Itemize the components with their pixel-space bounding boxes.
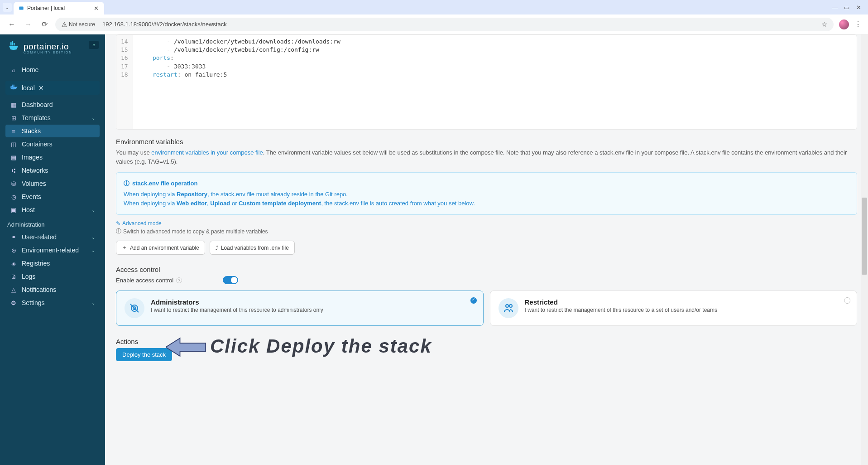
clear-env-icon[interactable]: ✕ [38,84,44,92]
chevron-down-icon: ⌄ [91,248,95,253]
environment-pill[interactable]: local ✕ [5,81,100,95]
security-label: Not secure [69,21,95,28]
sidebar-item-images[interactable]: ▤Images [5,151,100,164]
svg-rect-4 [12,41,14,46]
add-env-var-button[interactable]: ＋ Add an environment variable [116,241,205,255]
networks-icon: ⑆ [10,167,17,174]
chevron-down-icon: ⌄ [91,300,95,305]
sidebar-item-registries[interactable]: ◈Registries [5,257,100,270]
sidebar-item-user-related[interactable]: ⚭User-related⌄ [5,231,100,243]
sidebar-item-label: Events [22,193,41,200]
card-desc: I want to restrict the management of thi… [151,307,323,313]
stacks-icon: ≡ [10,128,17,135]
sidebar-item-label: Volumes [22,180,46,187]
logs-icon: 🗎 [10,273,17,280]
sidebar-item-label: Logs [22,273,35,280]
brand-subtitle: COMMUNITY EDITION [24,51,72,54]
sidebar-item-settings[interactable]: ⚙Settings⌄ [5,296,100,309]
sidebar-item-logs[interactable]: 🗎Logs [5,270,100,283]
close-tab-icon[interactable]: ✕ [94,5,99,12]
browser-tab[interactable]: Portainer | local ✕ [14,2,104,15]
stack-env-info: ⓘ stack.env file operation When deployin… [116,172,857,215]
web-editor[interactable]: 1415161718 - /volume1/docker/ytwebui/dow… [116,34,857,130]
host-icon: ▣ [10,207,17,213]
advanced-mode-link[interactable]: ✎ Advanced mode [116,220,857,227]
admin-section-label: Administration [5,217,100,231]
bookmark-star-icon[interactable]: ☆ [821,20,827,29]
sidebar-item-notifications[interactable]: △Notifications [5,283,100,296]
registries-icon: ◈ [10,260,17,267]
sidebar-item-dashboard[interactable]: ▦Dashboard [5,98,100,111]
env-vars-link[interactable]: environment variables in your compose fi… [151,149,263,156]
scrollbar-track[interactable] [861,34,868,465]
home-icon: ⌂ [10,67,17,73]
deploy-stack-button[interactable]: Deploy the stack [116,348,172,361]
sidebar-item-label: Settings [22,299,45,306]
security-indicator[interactable]: Not secure [62,21,95,28]
svg-rect-8 [14,86,14,87]
address-bar[interactable]: Not secure 192.168.1.18:9000/#!/2/docker… [55,18,834,31]
access-toggle-label: Enable access control [116,277,173,284]
access-control-toggle[interactable] [223,276,238,284]
sidebar-item-containers[interactable]: ◫Containers [5,138,100,150]
access-section-title: Access control [116,266,857,273]
browser-tab-strip: ⌄ Portainer | local ✕ — ▭ ✕ [0,0,868,15]
env-section-desc: You may use environment variables in you… [116,148,857,166]
advanced-mode-hint: ⓘ Switch to advanced mode to copy & past… [116,228,857,235]
env-section-title: Environment variables [116,138,857,145]
eye-off-icon [125,298,144,318]
logo: portainer.io COMMUNITY EDITION [5,40,100,55]
maximize-icon[interactable]: ▭ [844,4,850,10]
card-radio[interactable] [470,297,477,304]
help-icon[interactable]: ? [176,277,182,283]
svg-point-14 [509,305,512,307]
forward-button[interactable]: → [23,19,34,30]
tab-search-dropdown[interactable]: ⌄ [3,3,12,12]
volumes-icon: ⛁ [10,180,17,187]
collapse-sidebar-button[interactable]: « [89,41,99,49]
close-window-icon[interactable]: ✕ [855,4,862,10]
code-content[interactable]: - /volume1/docker/ytwebui/downloads:/dow… [133,35,857,129]
window-controls: — ▭ ✕ [825,4,868,10]
sidebar-item-home[interactable]: ⌂ Home [5,63,100,76]
sidebar-item-label: Home [22,66,38,73]
profile-avatar[interactable] [839,19,849,29]
minimize-icon[interactable]: — [832,4,838,10]
svg-rect-9 [12,85,13,86]
load-env-file-button[interactable]: ⤴ Load variables from .env file [210,241,295,255]
sidebar-item-events[interactable]: ◷Events [5,190,100,203]
card-radio[interactable] [844,297,850,304]
sidebar-item-environment-related[interactable]: ⊛Environment-related⌄ [5,244,100,257]
brand-name: portainer.io [24,42,72,52]
env-icon: ⊛ [10,247,17,254]
chevron-down-icon: ⌄ [91,116,95,121]
access-card-restricted[interactable]: Restricted I want to restrict the manage… [490,291,858,326]
browser-menu-icon[interactable]: ⋮ [854,20,862,29]
back-button[interactable]: ← [6,19,17,30]
sidebar-item-host[interactable]: ▣Host⌄ [5,203,100,216]
env-label: local [22,84,35,92]
svg-rect-7 [12,86,13,87]
sidebar-item-label: Notifications [22,286,56,293]
docker-icon [10,84,18,92]
sidebar-item-label: Networks [22,167,48,174]
url-text: 192.168.1.18:9000/#!/2/docker/stacks/new… [102,21,227,28]
reload-button[interactable]: ⟳ [39,19,50,30]
users-icon: ⚭ [10,234,17,241]
svg-rect-6 [11,86,12,87]
sidebar-item-label: Dashboard [22,101,53,108]
main-content: 1415161718 - /volume1/docker/ytwebui/dow… [105,34,868,465]
sidebar-item-stacks[interactable]: ≡Stacks [5,125,100,137]
scrollbar-thumb[interactable] [862,198,867,275]
upload-icon: ⤴ [216,245,218,251]
sidebar-item-networks[interactable]: ⑆Networks [5,164,100,177]
card-title: Administrators [151,298,323,306]
access-card-administrators[interactable]: Administrators I want to restrict the ma… [116,291,484,326]
sidebar: « portainer.io COMMUNITY EDITION ⌂ Home … [0,34,105,465]
svg-point-2 [64,25,65,26]
svg-rect-3 [10,42,12,45]
sidebar-item-templates[interactable]: ⊞Templates⌄ [5,111,100,124]
actions-section-title: Actions [116,338,857,345]
sidebar-item-label: User-related [22,233,57,241]
sidebar-item-volumes[interactable]: ⛁Volumes [5,177,100,190]
